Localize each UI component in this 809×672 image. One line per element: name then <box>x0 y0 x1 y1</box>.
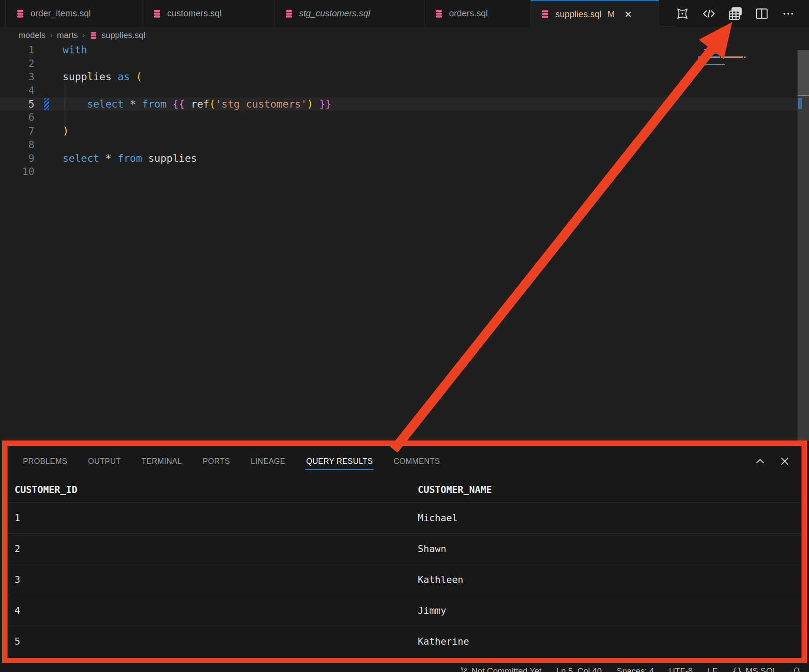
panel-tab-list: PROBLEMSOUTPUTTERMINALPORTSLINEAGEQUERY … <box>23 447 440 475</box>
line-code: select * from supplies <box>63 152 197 165</box>
column-header[interactable]: CUSTOMER_NAME <box>418 484 803 495</box>
vscode-window: order_items.sql customers.sql stg_custom… <box>0 0 809 672</box>
bottom-panel: PROBLEMSOUTPUTTERMINALPORTSLINEAGEQUERY … <box>0 441 809 664</box>
line-number: 7 <box>0 124 34 138</box>
database-icon <box>152 9 162 19</box>
git-branch-icon <box>460 667 468 672</box>
table-row[interactable]: 3Kathleen <box>8 564 803 595</box>
code-line-7[interactable]: 7) <box>0 124 809 138</box>
panel-tab-ports[interactable]: PORTS <box>202 447 230 475</box>
cell-customer-id: 2 <box>8 543 418 554</box>
split-editor-icon[interactable] <box>753 5 770 22</box>
minimap-line <box>704 49 708 50</box>
code-line-5[interactable]: 5 select * from {{ ref('stg_customers') … <box>0 97 809 111</box>
line-number: 3 <box>0 70 34 84</box>
minimap-line <box>704 53 716 54</box>
query-results-table: CUSTOMER_IDCUSTOMER_NAME1Michael2Shawn3K… <box>8 477 803 657</box>
tab-order_items-sql[interactable]: order_items.sql <box>6 0 142 27</box>
cell-customer-name: Michael <box>418 512 803 523</box>
minimap-modified-marker <box>698 56 700 59</box>
panel-actions <box>753 447 791 475</box>
status-label: MS SQL <box>745 666 777 672</box>
line-number: 4 <box>0 84 34 97</box>
dbt-icon[interactable] <box>674 5 691 22</box>
code-line-6[interactable]: 6 <box>0 111 809 124</box>
status-utf-8[interactable]: UTF-8 <box>669 666 693 672</box>
breadcrumb-item-models[interactable]: models <box>19 30 45 40</box>
tab-label: supplies.sql <box>555 9 602 19</box>
code-line-9[interactable]: 9select * from supplies <box>0 152 809 165</box>
status-not-committed-yet[interactable]: Not Committed Yet <box>460 666 541 672</box>
table-row[interactable]: 1Michael <box>8 502 803 533</box>
cell-customer-id: 5 <box>8 636 418 647</box>
panel-tab-problems[interactable]: PROBLEMS <box>23 447 67 475</box>
minimap-line <box>704 60 705 61</box>
line-number: 9 <box>0 152 34 165</box>
tab-label: order_items.sql <box>30 8 91 19</box>
minimap[interactable] <box>700 49 749 72</box>
status-label: LF <box>708 666 717 672</box>
panel-tab-comments[interactable]: COMMENTS <box>393 447 440 475</box>
query-results-icon[interactable] <box>727 5 744 22</box>
tab-label: customers.sql <box>167 8 221 19</box>
status-spaces-4[interactable]: Spaces: 4 <box>617 666 654 672</box>
bell-icon <box>792 667 801 672</box>
line-number: 6 <box>0 111 34 124</box>
status-label: UTF-8 <box>669 666 693 672</box>
modified-badge: M <box>608 9 615 19</box>
panel-tab-lineage[interactable]: LINEAGE <box>251 447 285 475</box>
code-line-1[interactable]: 1with <box>0 43 809 57</box>
more-actions-icon[interactable] <box>780 5 797 22</box>
maximize-panel-icon[interactable] <box>753 455 767 468</box>
line-number: 10 <box>0 165 34 179</box>
breadcrumb: models›marts› supplies.sql <box>6 27 809 43</box>
status-label: Spaces: 4 <box>617 666 654 672</box>
breadcrumb-item-marts[interactable]: marts <box>57 30 78 40</box>
code-icon[interactable] <box>700 5 717 22</box>
tab-close-icon[interactable]: ✕ <box>624 10 632 19</box>
minimap-line <box>704 64 725 65</box>
minimap-line <box>704 56 745 57</box>
code-editor[interactable]: 1with23supplies as (45 select * from {{ … <box>0 43 809 441</box>
breadcrumb-label: marts <box>57 30 78 40</box>
code-line-2[interactable]: 2 <box>0 57 809 71</box>
column-header[interactable]: CUSTOMER_ID <box>8 484 418 495</box>
status-ln-5-col-40[interactable]: Ln 5, Col 40 <box>557 666 602 672</box>
close-panel-icon[interactable] <box>778 455 791 468</box>
tab-supplies-sql[interactable]: supplies.sqlM✕ <box>531 0 659 27</box>
status-label: Ln 5, Col 40 <box>557 666 602 672</box>
status-lf[interactable]: LF <box>708 666 717 672</box>
braces-icon: {} <box>733 666 742 672</box>
code-line-4[interactable]: 4 <box>0 84 809 97</box>
line-number: 5 <box>0 97 34 111</box>
panel-tab-query-results[interactable]: QUERY RESULTS <box>306 447 373 475</box>
tab-stg_customers-sql[interactable]: stg_customers.sql <box>274 0 424 27</box>
panel-tab-terminal[interactable]: TERMINAL <box>142 447 182 475</box>
status-ms-sql[interactable]: {}MS SQL <box>733 666 778 672</box>
status-bar: Not Committed YetLn 5, Col 40Spaces: 4UT… <box>0 664 809 672</box>
code-line-10[interactable]: 10 <box>0 165 809 179</box>
cell-customer-id: 3 <box>8 574 418 585</box>
table-row[interactable]: 5Katherine <box>8 626 803 657</box>
cell-customer-id: 4 <box>8 605 418 616</box>
cell-customer-id: 1 <box>8 512 418 523</box>
editor-scrollbar[interactable] <box>798 50 809 441</box>
panel-tab-output[interactable]: OUTPUT <box>88 447 120 475</box>
tab-customers-sql[interactable]: customers.sql <box>142 0 274 27</box>
database-icon <box>434 9 444 19</box>
code-line-3[interactable]: 3supplies as ( <box>0 70 809 84</box>
code-line-8[interactable]: 8 <box>0 138 809 152</box>
breadcrumb-item-supplies-sql[interactable]: supplies.sql <box>89 30 145 40</box>
indent-guide <box>64 83 64 124</box>
breadcrumb-label: models <box>19 30 45 40</box>
table-row[interactable]: 2Shawn <box>8 533 803 564</box>
editor-actions <box>674 0 809 27</box>
database-icon <box>15 9 25 19</box>
scrollbar-slider[interactable] <box>798 50 809 96</box>
tab-orders-sql[interactable]: orders.sql <box>424 0 531 27</box>
cell-customer-name: Jimmy <box>418 605 803 616</box>
status-bell-icon[interactable] <box>792 667 801 672</box>
table-row[interactable]: 4Jimmy <box>8 595 803 626</box>
overview-modified-marker <box>798 98 802 109</box>
line-number: 1 <box>0 43 34 57</box>
